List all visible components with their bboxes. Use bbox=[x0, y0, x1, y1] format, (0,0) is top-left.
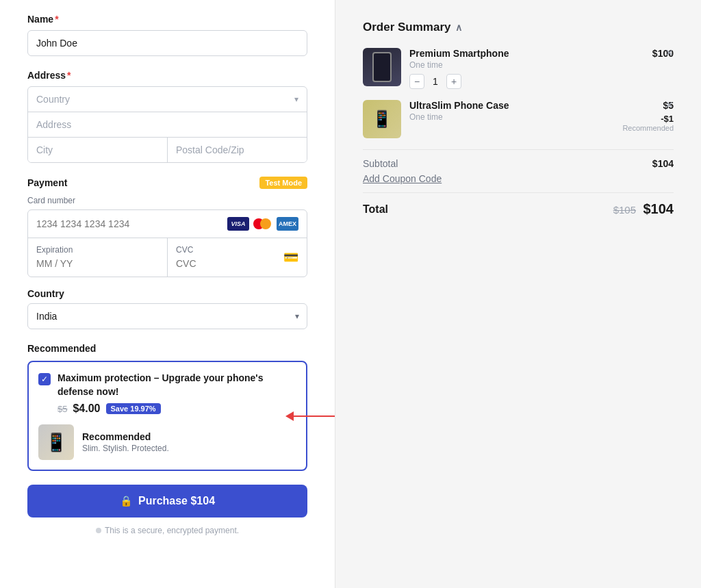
smartphone-thumb-img bbox=[363, 48, 401, 86]
card-icons: VISA AMEX bbox=[227, 217, 298, 231]
payment-country-wrapper: India United States ▾ bbox=[27, 303, 307, 329]
country-select[interactable]: Country United States India bbox=[28, 87, 307, 112]
save-badge: Save 19.97% bbox=[106, 403, 161, 414]
total-label: Total bbox=[363, 203, 388, 216]
recommended-section: Recommended ✓ Maximum protection – Upgra… bbox=[27, 343, 307, 535]
recommended-checkbox[interactable]: ✓ bbox=[38, 373, 51, 385]
phone-case-icon: 📱 bbox=[45, 432, 67, 453]
subtotal-value: $104 bbox=[652, 158, 674, 169]
item-discount-phonecase: -$1 bbox=[622, 114, 674, 124]
check-icon: ✓ bbox=[41, 375, 48, 383]
phonecase-thumbnail: 📱 bbox=[363, 100, 401, 138]
quantity-control: − 1 + bbox=[409, 74, 624, 89]
coupon-row: Add Coupon Code bbox=[363, 173, 674, 184]
recommended-pricing: $5 $4.00 Save 19.97% bbox=[58, 402, 296, 415]
address-label-text: Address bbox=[27, 70, 66, 81]
expiry-input[interactable] bbox=[36, 258, 159, 269]
address-block: Country United States India ▾ bbox=[27, 86, 307, 163]
name-label-text: Name bbox=[27, 14, 53, 25]
order-divider bbox=[363, 149, 674, 150]
secure-dot-icon bbox=[96, 528, 101, 533]
name-section: Name* bbox=[27, 14, 307, 56]
remove-item-button[interactable]: ✕ bbox=[665, 48, 674, 57]
required-star: * bbox=[55, 14, 58, 25]
payment-country-select[interactable]: India United States bbox=[27, 303, 307, 329]
address-line-input[interactable] bbox=[28, 112, 307, 137]
cvc-input[interactable] bbox=[176, 258, 278, 269]
coupon-link[interactable]: Add Coupon Code bbox=[363, 173, 442, 184]
payment-label: Payment bbox=[27, 177, 67, 188]
subtotal-row: Subtotal $104 bbox=[363, 158, 674, 169]
address-section: Address* Country United States India ▾ bbox=[27, 70, 307, 163]
expiry-wrapper: Expiration bbox=[28, 238, 168, 277]
item-billing-phonecase: One time bbox=[409, 112, 614, 122]
recommended-offer-text: Maximum protection – Upgrade your phone'… bbox=[58, 372, 296, 398]
order-item-details-smartphone: Premium Smartphone One time − 1 + bbox=[409, 48, 624, 89]
payment-section: Payment Test Mode Card number VISA AMEX bbox=[27, 177, 307, 329]
mastercard-icon bbox=[252, 217, 274, 231]
recommended-title: Recommended bbox=[27, 343, 307, 354]
item-discount-label-phonecase: Recommended bbox=[622, 124, 674, 132]
right-panel: Order Summary ∧ Premium Smartphone One t… bbox=[335, 0, 701, 588]
lock-icon: 🔒 bbox=[120, 495, 133, 507]
city-zip-row bbox=[28, 138, 307, 162]
test-mode-badge: Test Mode bbox=[259, 177, 307, 189]
card-icon: 💳 bbox=[283, 250, 298, 265]
country-select-wrapper: Country United States India ▾ bbox=[28, 87, 307, 112]
remove-item-phonecase-button[interactable]: ✕ bbox=[665, 100, 674, 110]
quantity-increase-button[interactable]: + bbox=[446, 74, 461, 89]
total-divider bbox=[363, 192, 674, 193]
chevron-up-icon: ∧ bbox=[455, 22, 462, 33]
visa-icon: VISA bbox=[227, 217, 249, 231]
total-original-price: $105 bbox=[613, 204, 636, 216]
recommended-product-desc: Slim. Stylish. Protected. bbox=[82, 444, 169, 453]
payment-header: Payment Test Mode bbox=[27, 177, 307, 189]
order-item-phonecase: 📱 UltraSlim Phone Case One time ✕ $5 -$1… bbox=[363, 100, 674, 138]
order-summary-title: Order Summary ∧ bbox=[363, 21, 674, 34]
recommended-offer-info: Maximum protection – Upgrade your phone'… bbox=[58, 372, 296, 415]
address-label: Address* bbox=[27, 70, 307, 81]
purchase-button[interactable]: 🔒 Purchase $104 bbox=[27, 485, 307, 517]
card-number-input[interactable] bbox=[36, 218, 227, 229]
recommended-product-name: Recommended bbox=[82, 431, 169, 442]
address-line-row bbox=[28, 112, 307, 138]
city-input[interactable] bbox=[28, 138, 168, 162]
quantity-value: 1 bbox=[430, 76, 441, 87]
recommended-product: 📱 Recommended Slim. Stylish. Protected. bbox=[38, 424, 296, 460]
item-name-smartphone: Premium Smartphone bbox=[409, 48, 624, 59]
required-star-address: * bbox=[67, 70, 71, 81]
original-price: $5 bbox=[58, 404, 67, 414]
name-input[interactable] bbox=[27, 30, 307, 56]
total-price-group: $105 $104 bbox=[613, 201, 674, 217]
purchase-button-label: Purchase $104 bbox=[138, 495, 215, 507]
item-billing-smartphone: One time bbox=[409, 60, 624, 70]
recommended-box: ✓ Maximum protection – Upgrade your phon… bbox=[27, 361, 307, 471]
expiry-cvc-row: Expiration CVC 💳 bbox=[28, 238, 307, 277]
cvc-wrapper: CVC 💳 bbox=[168, 238, 307, 277]
payment-country-section: Country India United States ▾ bbox=[27, 288, 307, 329]
phone-thumb-inner bbox=[372, 52, 392, 82]
name-label: Name* bbox=[27, 14, 307, 25]
phone-case-img-icon: 📱 bbox=[372, 110, 392, 129]
phonecase-thumb-img: 📱 bbox=[363, 100, 401, 138]
recommended-box-wrapper: ✓ Maximum protection – Upgrade your phon… bbox=[27, 361, 307, 471]
product-thumb-img: 📱 bbox=[38, 424, 74, 460]
order-item-smartphone: Premium Smartphone One time − 1 + ✕ $100 bbox=[363, 48, 674, 89]
subtotal-label: Subtotal bbox=[363, 158, 398, 169]
total-row: Total $105 $104 bbox=[363, 201, 674, 217]
sale-price: $4.00 bbox=[73, 402, 100, 415]
recommended-top: ✓ Maximum protection – Upgrade your phon… bbox=[38, 372, 296, 415]
quantity-decrease-button[interactable]: − bbox=[409, 74, 424, 89]
order-item-details-phonecase: UltraSlim Phone Case One time bbox=[409, 100, 614, 122]
total-final-price: $104 bbox=[643, 201, 674, 216]
amex-icon: AMEX bbox=[277, 217, 298, 231]
zip-input[interactable] bbox=[168, 138, 307, 162]
order-summary-label: Order Summary bbox=[363, 21, 451, 34]
product-thumbnail: 📱 bbox=[38, 424, 74, 460]
item-name-phonecase: UltraSlim Phone Case bbox=[409, 100, 614, 111]
card-number-row: VISA AMEX bbox=[28, 210, 307, 238]
country-row: Country United States India ▾ bbox=[28, 87, 307, 112]
recommended-product-info: Recommended Slim. Stylish. Protected. bbox=[82, 431, 169, 453]
secure-note: This is a secure, encrypted payment. bbox=[27, 526, 307, 535]
payment-country-label: Country bbox=[27, 288, 307, 299]
